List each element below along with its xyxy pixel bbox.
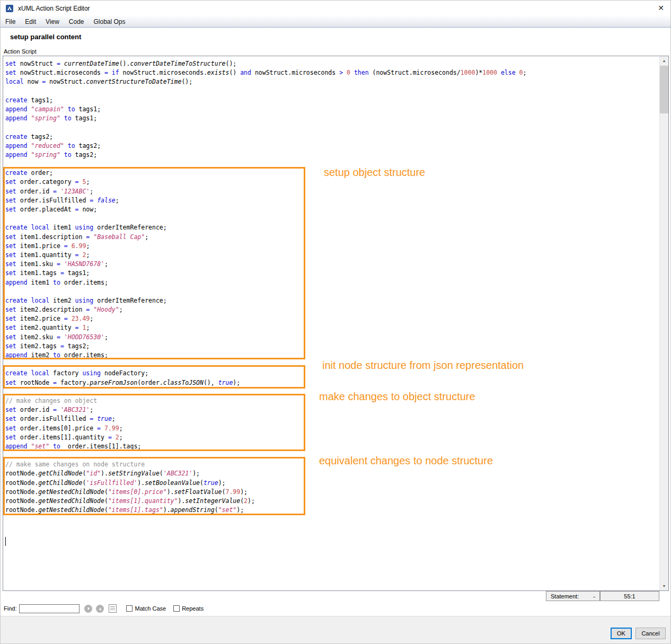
code-line[interactable] xyxy=(5,160,658,169)
code-line[interactable]: rootNode.getNestedChildNode("items[1].ta… xyxy=(5,506,658,515)
operation-title: setup parallel content xyxy=(10,33,81,41)
code-line[interactable]: append "reduced" to tags2; xyxy=(5,142,658,151)
menu-item-view[interactable]: View xyxy=(41,16,64,27)
statement-status: Statement: - xyxy=(546,591,600,601)
editor-panel-label: Action Script xyxy=(4,48,37,55)
code-area[interactable]: set nowStruct = currentDateTime().conver… xyxy=(5,59,658,515)
code-line[interactable]: append item2 to order.items; xyxy=(5,351,658,360)
code-line[interactable]: set order.category = 5; xyxy=(5,178,658,187)
code-line[interactable]: // make changes on object xyxy=(5,396,658,405)
code-line[interactable]: set order.placedAt = now; xyxy=(5,205,658,214)
menu-item-code[interactable]: Code xyxy=(64,16,89,27)
code-line[interactable]: append "campain" to tags1; xyxy=(5,105,658,114)
find-next-icon[interactable]: ▾ xyxy=(84,605,92,613)
code-line[interactable]: rootNode.getChildNode("id").setStringVal… xyxy=(5,469,658,478)
highlight-all-icon[interactable] xyxy=(109,604,117,613)
code-line[interactable] xyxy=(5,360,658,369)
code-line[interactable]: // make same changes on node structure xyxy=(5,460,658,469)
scrollbar-thumb[interactable] xyxy=(660,66,668,113)
code-line[interactable] xyxy=(5,87,658,96)
code-line[interactable]: rootNode.getNestedChildNode("items[1].qu… xyxy=(5,497,658,506)
code-line[interactable]: set order.id = 'ABC321'; xyxy=(5,405,658,414)
code-line[interactable]: set order.isFullfilled = true; xyxy=(5,414,658,424)
code-line[interactable]: set item2.price = 23.49; xyxy=(5,314,658,323)
repeats-checkbox[interactable]: Repeats xyxy=(173,605,204,612)
code-line[interactable] xyxy=(5,287,658,296)
code-line[interactable]: set nowStruct = currentDateTime().conver… xyxy=(5,59,658,68)
code-line[interactable]: create tags2; xyxy=(5,133,658,142)
code-line[interactable]: set item2.tags = tags2; xyxy=(5,342,658,351)
match-case-checkbox-box[interactable] xyxy=(126,605,133,612)
code-line[interactable]: set item1.quantity = 2; xyxy=(5,251,658,260)
code-line[interactable]: set order.items[1].quantity = 2; xyxy=(5,433,658,442)
code-line[interactable]: append "spring" to tags2; xyxy=(5,151,658,160)
code-line[interactable]: create order; xyxy=(5,169,658,178)
cancel-button[interactable]: Cancel xyxy=(635,628,666,639)
window-title: xUML Action Script Editor xyxy=(18,5,90,12)
code-line[interactable]: set order.items[0].price = 7.99; xyxy=(5,424,658,433)
menu-item-edit[interactable]: Edit xyxy=(20,16,41,27)
close-icon[interactable]: ✕ xyxy=(658,3,664,13)
xuml-action-script-editor-window: xUML Action Script Editor ✕ File Edit Vi… xyxy=(0,0,671,644)
repeats-checkbox-box[interactable] xyxy=(173,605,180,612)
code-line[interactable]: local now = nowStruct.convertStructureTo… xyxy=(5,77,658,86)
scroll-up-icon[interactable]: ▲ xyxy=(660,56,668,65)
scroll-down-icon[interactable]: ▼ xyxy=(660,581,668,590)
code-line[interactable] xyxy=(5,451,658,460)
code-line[interactable]: rootNode.getChildNode('isFullfilled').se… xyxy=(5,479,658,488)
code-line[interactable]: create local item1 using orderItemRefere… xyxy=(5,223,658,232)
menu-item-global-ops[interactable]: Global Ops xyxy=(89,16,130,27)
code-line[interactable]: set item1.price = 6.99; xyxy=(5,242,658,251)
match-case-label: Match Case xyxy=(135,605,166,612)
find-input[interactable] xyxy=(19,604,80,613)
code-line[interactable]: set item2.description = "Hoody"; xyxy=(5,305,658,314)
repeats-label: Repeats xyxy=(182,605,204,612)
code-line[interactable]: set order.id = '123ABC'; xyxy=(5,187,658,196)
find-label: Find: xyxy=(4,605,16,612)
status-bar: Statement: - 55:1 xyxy=(3,591,669,601)
code-line[interactable]: set rootNode = factory.parseFromJson(ord… xyxy=(5,378,658,387)
code-line[interactable]: set item1.sku = 'HASND7678'; xyxy=(5,260,658,269)
code-line[interactable] xyxy=(5,123,658,132)
match-case-checkbox[interactable]: Match Case xyxy=(126,605,166,612)
code-line[interactable]: create tags1; xyxy=(5,96,658,105)
dialog-footer: OK Cancel xyxy=(1,616,670,644)
code-line[interactable]: set item2.quantity = 1; xyxy=(5,323,658,332)
text-caret xyxy=(5,537,6,546)
code-line[interactable]: append "set" to order.items[1].tags; xyxy=(5,442,658,451)
code-line[interactable]: append "spring" to tags1; xyxy=(5,114,658,123)
find-bar: Find: ▾ ▴ Match Case Repeats xyxy=(1,603,670,614)
title-bar: xUML Action Script Editor ✕ xyxy=(1,1,670,16)
action-script-editor[interactable]: set nowStruct = currentDateTime().conver… xyxy=(3,56,669,591)
code-line[interactable]: rootNode.getNestedChildNode("items[0].pr… xyxy=(5,488,658,497)
menu-item-file[interactable]: File xyxy=(1,16,20,27)
code-line[interactable]: set item1.description = "Baseball Cap"; xyxy=(5,233,658,242)
vertical-scrollbar[interactable]: ▲ ▼ xyxy=(659,56,668,590)
ok-button[interactable]: OK xyxy=(611,628,632,639)
code-line[interactable]: set nowStruct.microseconds = if nowStruc… xyxy=(5,68,658,77)
cursor-position: 55:1 xyxy=(600,591,659,601)
code-line[interactable]: create local item2 using orderItemRefere… xyxy=(5,296,658,305)
code-line[interactable]: set item2.sku = 'HOOD76530'; xyxy=(5,333,658,342)
code-line[interactable]: set item1.tags = tags1; xyxy=(5,269,658,278)
code-line[interactable]: set order.isFullfilled = false; xyxy=(5,196,658,205)
code-line[interactable] xyxy=(5,387,658,396)
code-line[interactable] xyxy=(5,214,658,223)
find-previous-icon[interactable]: ▴ xyxy=(96,605,104,613)
code-line[interactable]: create local factory using nodeFactory; xyxy=(5,369,658,378)
statement-value: - xyxy=(593,593,595,599)
statement-label: Statement: xyxy=(551,593,579,599)
menu-bar: File Edit View Code Global Ops xyxy=(1,16,670,28)
app-icon xyxy=(5,4,14,13)
code-line[interactable]: append item1 to order.items; xyxy=(5,278,658,287)
